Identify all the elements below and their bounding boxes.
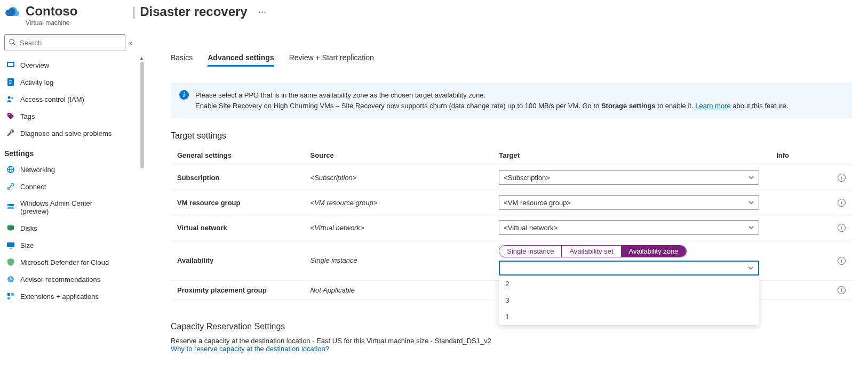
sidebar-item-advisor[interactable]: Advisor recommendations <box>4 271 139 288</box>
collapse-sidebar-icon[interactable]: « <box>129 39 132 47</box>
banner-line2d: about this feature. <box>731 102 789 110</box>
svg-point-8 <box>8 96 11 99</box>
info-banner: i Please select a PPG that is in the sam… <box>171 83 852 118</box>
sidebar-item-activity-log[interactable]: Activity log <box>4 74 139 91</box>
sidebar-item-label: Windows Admin Center (preview) <box>20 199 116 215</box>
info-icon[interactable]: i <box>838 286 846 294</box>
sidebar-item-label: Networking <box>20 166 55 174</box>
info-icon[interactable]: i <box>838 257 846 265</box>
subscription-select[interactable]: <Subscription> <box>499 170 759 185</box>
wrench-icon <box>6 129 15 137</box>
sidebar-item-disks[interactable]: Disks <box>4 220 139 237</box>
row-vmrg-source: <VM resource group> <box>304 190 493 215</box>
col-source: Source <box>304 146 493 165</box>
banner-line1: Please select a PPG that is in the same … <box>195 91 485 99</box>
sidebar-item-label: Diagnose and solve problems <box>20 129 112 137</box>
sidebar-item-label: Connect <box>20 183 46 191</box>
svg-rect-22 <box>11 293 14 296</box>
banner-line2a: Enable Site Recovery on High Churning VM… <box>195 102 601 110</box>
sidebar-item-wac[interactable]: Windows Admin Center (preview) <box>4 195 139 220</box>
sidebar-item-label: Access control (IAM) <box>20 95 84 103</box>
zone-option-2[interactable]: 2 <box>499 275 759 292</box>
svg-rect-15 <box>7 207 14 209</box>
row-subscription-source: <Subscription> <box>304 165 493 190</box>
sidebar-item-label: Disks <box>20 224 37 232</box>
svg-line-1 <box>13 43 15 45</box>
zone-option-3[interactable]: 3 <box>499 292 759 309</box>
sidebar-item-label: Size <box>20 241 34 249</box>
cloud-icon <box>4 4 21 19</box>
col-general: General settings <box>171 146 304 165</box>
row-availability-label: Availability <box>171 240 304 281</box>
col-target: Target <box>492 146 770 165</box>
row-ppg-label: Proximity placement group <box>171 281 304 299</box>
title-separator: | <box>132 4 136 19</box>
sidebar-item-defender[interactable]: Microsoft Defender for Cloud <box>4 254 139 271</box>
search-input[interactable] <box>4 34 125 51</box>
row-vnet-label: Virtual network <box>171 215 304 240</box>
learn-more-link[interactable]: Learn more <box>695 102 730 110</box>
info-icon[interactable]: i <box>838 174 846 182</box>
sidebar-item-tags[interactable]: Tags <box>4 108 139 125</box>
tag-icon <box>6 112 15 120</box>
sidebar-item-label: Microsoft Defender for Cloud <box>20 258 109 266</box>
resource-type: Virtual machine <box>26 19 132 27</box>
svg-point-10 <box>9 114 10 115</box>
pill-single-instance[interactable]: Single instance <box>499 246 562 257</box>
svg-point-0 <box>10 39 14 44</box>
sidebar-item-overview[interactable]: Overview <box>4 56 139 74</box>
connect-icon <box>6 182 15 191</box>
sidebar-item-extensions[interactable]: Extensions + applications <box>4 288 139 305</box>
sidebar-item-connect[interactable]: Connect <box>4 178 139 195</box>
shield-icon <box>6 258 15 266</box>
sidebar-item-diagnose[interactable]: Diagnose and solve problems <box>4 125 139 142</box>
svg-rect-18 <box>7 242 14 247</box>
svg-rect-21 <box>7 293 10 296</box>
row-ppg-source: Not Applicable <box>304 281 493 299</box>
target-settings-title: Target settings <box>171 131 852 141</box>
svg-rect-19 <box>10 248 12 249</box>
sidebar-item-size[interactable]: Size <box>4 237 139 254</box>
sidebar-item-iam[interactable]: Access control (IAM) <box>4 91 139 108</box>
capacity-link[interactable]: Why to reserve capacity at the destinati… <box>171 345 852 353</box>
tab-review[interactable]: Review + Start replication <box>289 53 374 67</box>
sidebar-item-networking[interactable]: Networking <box>4 161 139 178</box>
zone-select[interactable] <box>499 261 759 275</box>
sidebar: « ▲ Overview Activity log Access control… <box>0 30 139 373</box>
scrollbar[interactable] <box>140 62 144 168</box>
svg-point-16 <box>8 205 9 206</box>
chevron-down-icon <box>747 265 754 271</box>
svg-point-9 <box>11 97 13 99</box>
scroll-up-icon[interactable]: ▲ <box>139 55 144 61</box>
zone-option-1[interactable]: 1 <box>499 309 759 325</box>
page-header: Contoso Virtual machine | Disaster recov… <box>0 0 868 30</box>
tab-advanced-settings[interactable]: Advanced settings <box>208 53 274 67</box>
svg-rect-3 <box>8 63 13 66</box>
server-icon <box>6 203 15 212</box>
info-icon: i <box>179 90 189 100</box>
row-availability-source: Single instance <box>304 240 493 281</box>
main-content: Basics Advanced settings Review + Start … <box>139 30 868 373</box>
svg-rect-23 <box>7 297 10 299</box>
sidebar-item-label: Overview <box>20 61 49 69</box>
pill-availability-set[interactable]: Availability set <box>562 246 621 257</box>
chevron-down-icon <box>748 199 754 206</box>
row-vmrg-label: VM resource group <box>171 190 304 215</box>
log-icon <box>6 78 15 86</box>
vm-rg-select[interactable]: <VM resource group> <box>499 195 759 210</box>
pill-availability-zone[interactable]: Availability zone <box>622 246 686 257</box>
more-actions-icon[interactable]: ⋯ <box>258 7 266 17</box>
banner-line2c: to enable it. <box>656 102 695 110</box>
advisor-icon <box>6 275 15 283</box>
page-title: Disaster recovery <box>140 4 247 19</box>
capacity-desc: Reserve a capacity at the destination lo… <box>171 337 852 345</box>
info-icon[interactable]: i <box>838 224 846 232</box>
tab-basics[interactable]: Basics <box>171 53 193 67</box>
target-settings-table: General settings Source Target Info Subs… <box>171 146 852 299</box>
tabs: Basics Advanced settings Review + Start … <box>171 53 852 67</box>
zone-dropdown-menu: 2 3 1 <box>499 275 759 325</box>
row-vnet-source: <Virtual network> <box>304 215 493 240</box>
sidebar-item-label: Advisor recommendations <box>20 275 100 283</box>
info-icon[interactable]: i <box>838 199 846 207</box>
vnet-select[interactable]: <Virtual network> <box>499 220 759 235</box>
